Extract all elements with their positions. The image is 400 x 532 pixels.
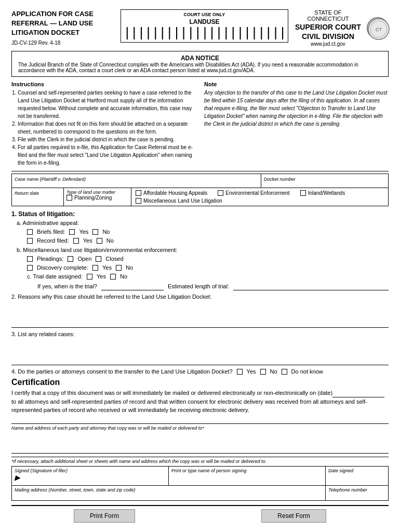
discovery-yes-checkbox[interactable] <box>92 265 98 271</box>
discovery-no-checkbox[interactable] <box>116 265 122 271</box>
mailing-grid: Mailing address (Number, street, town, s… <box>11 486 389 501</box>
misc-label: b. Miscellaneous land use litigation/env… <box>17 247 389 253</box>
telephone-cell: Telephone number <box>326 486 388 500</box>
return-type-row: Return date Type of land use matter Plan… <box>11 188 389 206</box>
signed-cell: Signed (Signature of filer) ▶ <box>12 467 169 485</box>
trial-when-row: If yes, when is the trial? Estimated len… <box>37 282 389 290</box>
instructions-list: Counsel and self-represented parties see… <box>11 89 196 167</box>
record-no-checkbox[interactable] <box>97 238 102 244</box>
planning-zoning-item: Planning/Zoning <box>66 195 128 201</box>
header-left: APPLICATION FOR CASE REFERRAL — LAND USE… <box>11 9 115 46</box>
inland-wetlands-item: Inland/Wetlands <box>300 190 345 196</box>
ct-seal: CT <box>367 17 389 39</box>
record-filed-checkbox[interactable] <box>27 238 33 244</box>
affordable-housing-checkbox[interactable] <box>136 190 141 196</box>
record-yes-checkbox[interactable] <box>73 238 79 244</box>
name-address-area[interactable] <box>11 416 389 424</box>
pleadings-row: Pleadings: Open Closed <box>27 256 389 262</box>
consent-yes-checkbox[interactable] <box>237 369 243 375</box>
court-header: STATE OF CONNECTICUT SUPERIOR COURT CIVI… <box>294 9 389 47</box>
planning-zoning-checkbox[interactable] <box>66 195 72 201</box>
affordable-housing-item: Affordable Housing Appeals <box>136 190 207 196</box>
button-row: Print Form Reset Form <box>11 509 389 523</box>
trial-date-row: c. Trial date assigned: Yes No <box>27 273 389 280</box>
section4: 4. Do the parties or attorneys consent t… <box>11 368 389 375</box>
note-col: Note Any objection to the transfer of th… <box>204 81 389 167</box>
signature-grid: Signed (Signature of filer) ▶ Print or t… <box>11 466 389 486</box>
court-use-box: COURT USE ONLY LANDUSE |||||||||||||||||… <box>121 9 288 43</box>
return-date-box: Return date <box>12 188 64 206</box>
instructions-note-section: Instructions Counsel and self-represente… <box>11 81 389 167</box>
bottom-divider <box>11 505 389 506</box>
record-filed-row: Record filed: Yes No <box>27 237 389 244</box>
estimated-length-input[interactable] <box>233 282 389 290</box>
misc-land-use-item: Miscellaneous Land Use Litigation <box>136 198 222 204</box>
attach-note: *If necessary, attach additional sheet o… <box>11 457 389 464</box>
consent-no-checkbox[interactable] <box>260 369 266 375</box>
type-box: Type of land use matter Planning/Zoning <box>64 188 131 206</box>
barcode: ||||||||||||||||||||||| <box>123 26 286 40</box>
reset-button[interactable]: Reset Form <box>261 509 326 523</box>
type-checkboxes-group: Affordable Housing Appeals Environmental… <box>131 188 388 206</box>
print-name-cell: Print or type name of person signing <box>169 467 326 485</box>
discovery-checkbox[interactable] <box>27 265 33 271</box>
briefs-no-checkbox[interactable] <box>92 229 98 235</box>
trial-date-input[interactable] <box>101 282 164 290</box>
open-checkbox[interactable] <box>68 256 73 262</box>
case-name-field: Case name (Plaintiff v. Defendant) <box>11 174 261 188</box>
section3: 3. List any related cases: <box>11 331 389 365</box>
discovery-row: Discovery complete: Yes No <box>27 264 389 271</box>
environmental-enforcement-item: Environmental Enforcement <box>218 190 289 196</box>
certification-section: Certification I certify that a copy of t… <box>11 378 389 431</box>
mailing-address-cell: Mailing address (Number, street, town, s… <box>12 486 326 500</box>
consent-dontknow-checkbox[interactable] <box>282 369 287 375</box>
section2: 2. Reasons why this case should be refer… <box>11 294 389 328</box>
misc-land-use-checkbox[interactable] <box>136 198 141 204</box>
instructions-col: Instructions Counsel and self-represente… <box>11 81 196 167</box>
closed-checkbox[interactable] <box>96 256 101 262</box>
docket-number-field: Docket number <box>261 174 389 188</box>
trial-no-checkbox[interactable] <box>110 274 116 280</box>
case-info-row: Case name (Plaintiff v. Defendant) Docke… <box>11 174 389 188</box>
form-number: JD-CV-129 Rev. 4-18 <box>11 40 115 46</box>
pleadings-checkbox[interactable] <box>27 256 33 262</box>
environmental-enforcement-checkbox[interactable] <box>218 190 223 196</box>
certification-text: I certify that a copy of this document w… <box>11 389 389 415</box>
section3-input[interactable] <box>11 339 389 365</box>
trial-yes-checkbox[interactable] <box>87 274 92 280</box>
app-title: APPLICATION FOR CASE REFERRAL — LAND USE… <box>11 9 115 38</box>
section2-input[interactable] <box>11 302 389 328</box>
briefs-filed-checkbox[interactable] <box>27 229 33 235</box>
name-address-input-area[interactable] <box>11 433 389 454</box>
print-button[interactable]: Print Form <box>74 509 135 523</box>
date-input[interactable] <box>332 389 384 397</box>
briefs-yes-checkbox[interactable] <box>69 229 75 235</box>
date-signed-cell: Date signed <box>326 467 388 485</box>
ada-notice: ADA NOTICE The Judicial Branch of the St… <box>11 51 389 77</box>
briefs-filed-row: Briefs filed: Yes No <box>27 229 389 235</box>
admin-appeal-section: a. Administrative appeal: Briefs filed: … <box>17 220 389 290</box>
inland-wetlands-checkbox[interactable] <box>300 190 306 196</box>
svg-text:CT: CT <box>376 27 382 32</box>
section1-title: 1. Status of litigation: <box>11 210 389 218</box>
